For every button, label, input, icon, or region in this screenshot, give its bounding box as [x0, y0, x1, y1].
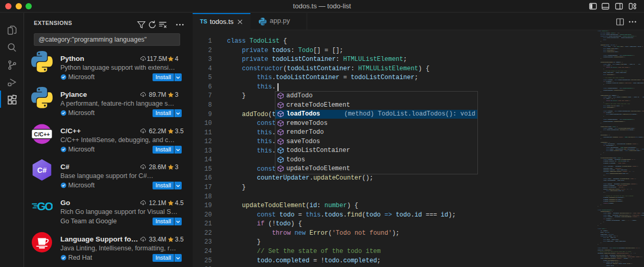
- svg-text:C#: C#: [37, 166, 47, 174]
- svg-text:GO: GO: [37, 200, 53, 213]
- svg-text:C/C++: C/C++: [34, 131, 49, 137]
